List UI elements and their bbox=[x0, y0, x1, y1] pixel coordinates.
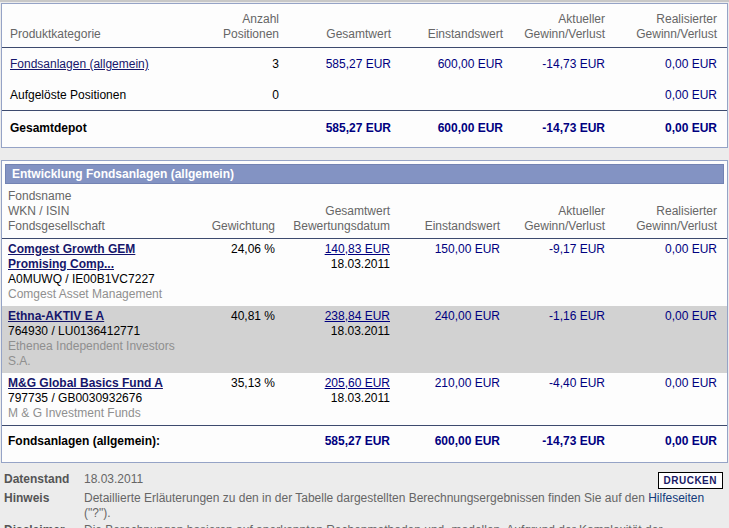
col-aktueller-gewinn-verlust: Aktueller Gewinn/Verlust bbox=[513, 12, 615, 42]
realized-pl-value: 0,00 EUR bbox=[615, 434, 727, 448]
cost-value: 150,00 EUR bbox=[400, 242, 510, 302]
positions-count: 0 bbox=[199, 88, 289, 102]
realized-pl-value: 0,00 EUR bbox=[615, 57, 727, 71]
fund-name-link[interactable]: M&G Global Basics Fund A bbox=[8, 376, 163, 390]
footer-notes: Datenstand 18.03.2011 DRUCKEN Hinweis De… bbox=[0, 463, 729, 528]
realized-pl-value: 0,00 EUR bbox=[615, 309, 727, 369]
disclaimer-label: Disclaimer bbox=[4, 523, 84, 528]
cost-value: 240,00 EUR bbox=[400, 309, 510, 369]
gesamtdepot-label: Gesamtdepot bbox=[2, 121, 199, 135]
fund-company: Ethenea Independent Investors S.A. bbox=[8, 339, 190, 369]
fund-name-link[interactable]: Comgest Growth GEM Promising Comp... bbox=[8, 242, 135, 271]
valuation-date: 18.03.2011 bbox=[285, 257, 390, 272]
fund-company: Comgest Asset Management bbox=[8, 287, 190, 302]
fund-value-link[interactable]: 140,83 EUR bbox=[325, 242, 390, 256]
section-title-bar: Entwicklung Fondsanlagen (allgemein) bbox=[5, 164, 724, 184]
col-realisierter-gewinn-verlust: Realisierter Gewinn/Verlust bbox=[615, 12, 727, 42]
cost-value: 600,00 EUR bbox=[401, 57, 513, 71]
realized-pl-value: 0,00 EUR bbox=[615, 242, 727, 302]
col-einstandswert: Einstandswert bbox=[401, 27, 513, 42]
category-label: Aufgelöste Positionen bbox=[2, 88, 199, 102]
fund-row: Ethna-AKTIV E A 764930 / LU0136412771 Et… bbox=[2, 306, 727, 373]
funds-table-header: Fondsname WKN / ISIN Fondsgesellschaft G… bbox=[2, 187, 727, 238]
cost-value: 210,00 EUR bbox=[400, 376, 510, 421]
funds-total-label: Fondsanlagen (allgemein): bbox=[2, 434, 200, 448]
total-value: 585,27 EUR bbox=[289, 57, 401, 71]
valuation-date: 18.03.2011 bbox=[285, 391, 390, 406]
cost-value: 600,00 EUR bbox=[401, 121, 513, 135]
section-gap bbox=[0, 148, 729, 160]
col-einstandswert: Einstandswert bbox=[400, 219, 510, 234]
current-pl-value: -14,73 EUR bbox=[513, 121, 615, 135]
depot-overview-page: Produktkategorie Anzahl Positionen Gesam… bbox=[0, 0, 729, 528]
fund-value-link[interactable]: 205,60 EUR bbox=[325, 376, 390, 390]
col-gesamtwert-bewertungsdatum: Gesamtwert Bewertungsdatum bbox=[285, 204, 400, 234]
current-pl-value: -14,73 EUR bbox=[510, 434, 615, 448]
current-pl-value: -9,17 EUR bbox=[510, 242, 615, 302]
col-gesamtwert: Gesamtwert bbox=[289, 27, 401, 42]
col-realisierter-gewinn-verlust: Realisierter Gewinn/Verlust bbox=[615, 204, 727, 234]
wkn-isin: A0MUWQ / IE00B1VC7227 bbox=[8, 272, 190, 287]
print-button[interactable]: DRUCKEN bbox=[658, 472, 724, 489]
total-value: 585,27 EUR bbox=[285, 434, 400, 448]
fund-name-link[interactable]: Ethna-AKTIV E A bbox=[8, 309, 104, 323]
disclaimer-text: Die Berechnungen basieren auf anerkannte… bbox=[84, 523, 725, 528]
col-fondsname: Fondsname WKN / ISIN Fondsgesellschaft bbox=[2, 189, 200, 234]
current-pl-value: -14,73 EUR bbox=[513, 57, 615, 71]
cost-value: 600,00 EUR bbox=[400, 434, 510, 448]
col-anzahl-positionen: Anzahl Positionen bbox=[199, 12, 289, 42]
hinweis-label: Hinweis bbox=[4, 491, 84, 521]
fondsanlagen-link[interactable]: Fondsanlagen (allgemein) bbox=[10, 57, 149, 71]
weight-value: 24,06 % bbox=[200, 242, 285, 302]
valuation-date: 18.03.2011 bbox=[285, 324, 390, 339]
fund-company: M & G Investment Funds bbox=[8, 406, 190, 421]
summary-table: Produktkategorie Anzahl Positionen Gesam… bbox=[1, 3, 728, 148]
wkn-isin: 797735 / GB0030932676 bbox=[8, 391, 190, 406]
hilfeseiten-link[interactable]: Hilfeseiten bbox=[648, 491, 704, 505]
fund-row: Comgest Growth GEM Promising Comp... A0M… bbox=[2, 239, 727, 306]
fund-row: M&G Global Basics Fund A 797735 / GB0030… bbox=[2, 373, 727, 425]
summary-table-header: Produktkategorie Anzahl Positionen Gesam… bbox=[2, 4, 727, 47]
fund-value-link[interactable]: 238,84 EUR bbox=[325, 309, 390, 323]
realized-pl-value: 0,00 EUR bbox=[615, 88, 727, 102]
total-value: 585,27 EUR bbox=[289, 121, 401, 135]
col-gewichtung: Gewichtung bbox=[200, 219, 285, 234]
table-row: Fondsanlagen (allgemein) 3 585,27 EUR 60… bbox=[2, 48, 727, 79]
col-aktueller-gewinn-verlust: Aktueller Gewinn/Verlust bbox=[510, 204, 615, 234]
datenstand-value: 18.03.2011 bbox=[84, 472, 658, 489]
weight-value: 40,81 % bbox=[200, 309, 285, 369]
hinweis-text: Detaillierte Erläuterungen zu den in der… bbox=[84, 491, 725, 521]
current-pl-value: -1,16 EUR bbox=[510, 309, 615, 369]
gesamtdepot-row: Gesamtdepot 585,27 EUR 600,00 EUR -14,73… bbox=[2, 111, 727, 147]
funds-table: Entwicklung Fondsanlagen (allgemein) Fon… bbox=[1, 160, 728, 463]
wkn-isin: 764930 / LU0136412771 bbox=[8, 324, 190, 339]
weight-value: 35,13 % bbox=[200, 376, 285, 421]
col-produktkategorie: Produktkategorie bbox=[2, 27, 199, 42]
current-pl-value: -4,40 EUR bbox=[510, 376, 615, 421]
table-row: Aufgelöste Positionen 0 0,00 EUR bbox=[2, 79, 727, 110]
top-divider bbox=[0, 0, 729, 2]
funds-total-row: Fondsanlagen (allgemein): 585,27 EUR 600… bbox=[2, 426, 727, 462]
realized-pl-value: 0,00 EUR bbox=[615, 376, 727, 421]
realized-pl-value: 0,00 EUR bbox=[615, 121, 727, 135]
positions-count: 3 bbox=[199, 57, 289, 71]
datenstand-label: Datenstand bbox=[4, 472, 84, 489]
